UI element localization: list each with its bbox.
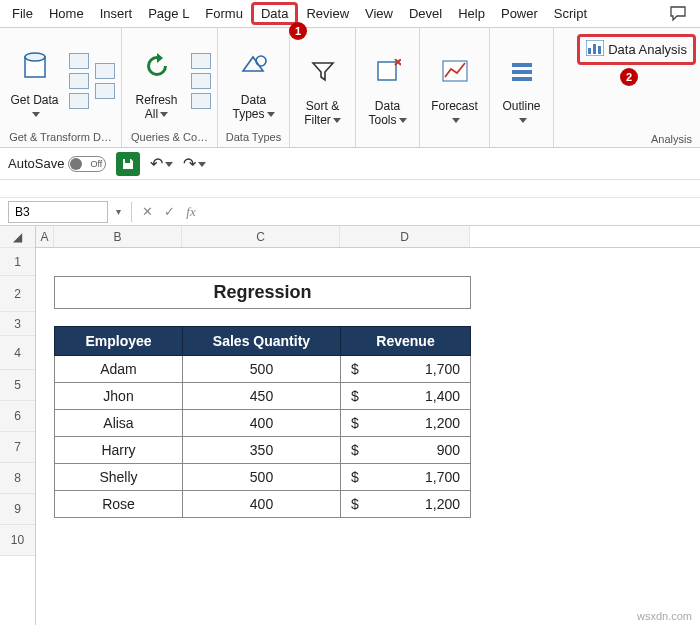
table-row[interactable]: Rose400$1,200 <box>55 491 471 518</box>
get-data-label: Get Data <box>10 93 58 107</box>
formula-bar-row: ▾ ✕ ✓ fx <box>0 198 700 226</box>
table-row[interactable]: Harry350$900 <box>55 437 471 464</box>
name-box[interactable] <box>8 201 108 223</box>
cell-employee[interactable]: Alisa <box>55 410 183 437</box>
row-header[interactable]: 4 <box>0 336 35 370</box>
get-data-button[interactable]: Get Data <box>6 38 63 124</box>
column-header[interactable]: A <box>36 226 54 247</box>
chevron-down-icon[interactable]: ▾ <box>116 206 127 217</box>
cell-revenue[interactable]: $1,200 <box>341 491 471 518</box>
annotation-badge-2: 2 <box>620 68 638 86</box>
autosave-toggle[interactable]: AutoSave Off <box>8 156 106 172</box>
refresh-all-button[interactable]: Refresh All <box>128 38 185 124</box>
column-header[interactable]: C <box>182 226 340 247</box>
database-icon <box>21 40 49 92</box>
cell-revenue[interactable]: $900 <box>341 437 471 464</box>
menu-devel[interactable]: Devel <box>401 2 450 25</box>
data-tools-button[interactable]: Data Tools <box>362 44 413 130</box>
cell-qty[interactable]: 500 <box>183 464 341 491</box>
watermark: wsxdn.com <box>637 610 692 622</box>
svg-rect-13 <box>598 46 601 54</box>
data-tools-label: Data Tools <box>368 99 400 127</box>
cell-employee[interactable]: Harry <box>55 437 183 464</box>
row-headers: ◢ 12345678910 <box>0 226 36 625</box>
menu-help[interactable]: Help <box>450 2 493 25</box>
table-row[interactable]: Alisa400$1,200 <box>55 410 471 437</box>
svg-rect-3 <box>378 62 396 80</box>
worksheet: ◢ 12345678910 ABCD Regression EmployeeSa… <box>0 226 700 625</box>
cell-employee[interactable]: Adam <box>55 356 183 383</box>
menu-pagel[interactable]: Page L <box>140 2 197 25</box>
cell-revenue[interactable]: $1,200 <box>341 410 471 437</box>
cell-revenue[interactable]: $1,700 <box>341 464 471 491</box>
get-transform-small-buttons-2[interactable] <box>95 63 115 99</box>
svg-rect-11 <box>588 48 591 54</box>
svg-rect-7 <box>512 63 532 67</box>
comments-icon[interactable] <box>662 2 696 26</box>
cell-qty[interactable]: 350 <box>183 437 341 464</box>
group-label-forecast <box>426 141 483 145</box>
refresh-all-label: Refresh All <box>135 93 177 121</box>
queries-small-buttons[interactable] <box>191 53 211 109</box>
select-all-corner[interactable]: ◢ <box>0 226 35 248</box>
cell-qty[interactable]: 400 <box>183 491 341 518</box>
cell-employee[interactable]: Jhon <box>55 383 183 410</box>
cancel-formula-icon[interactable]: ✕ <box>136 204 158 219</box>
group-label-sort-filter <box>296 141 349 145</box>
forecast-button[interactable]: Forecast <box>426 44 483 130</box>
table-row[interactable]: Adam500$1,700 <box>55 356 471 383</box>
save-button[interactable] <box>116 152 140 176</box>
cell-revenue[interactable]: $1,700 <box>341 356 471 383</box>
data-analysis-icon <box>586 40 604 59</box>
outline-button[interactable]: Outline <box>496 44 547 130</box>
regression-table: Regression EmployeeSales QuantityRevenue… <box>54 276 471 518</box>
data-types-button[interactable]: Data Types <box>224 38 283 124</box>
sort-filter-button[interactable]: Sort & Filter <box>296 44 349 130</box>
menu-view[interactable]: View <box>357 2 401 25</box>
row-header[interactable]: 5 <box>0 370 35 401</box>
menu-file[interactable]: File <box>4 2 41 25</box>
grid-area[interactable]: ABCD Regression EmployeeSales QuantityRe… <box>36 226 700 625</box>
ribbon-group-data-types: Data Types Data Types <box>218 28 290 147</box>
group-label-data-types: Data Types <box>224 129 283 145</box>
row-header[interactable]: 2 <box>0 276 35 312</box>
row-header[interactable]: 1 <box>0 248 35 276</box>
menu-review[interactable]: Review <box>298 2 357 25</box>
data-tools-icon <box>375 46 401 98</box>
menu-power[interactable]: Power <box>493 2 546 25</box>
redo-button[interactable]: ↷ <box>183 154 206 173</box>
column-header[interactable]: D <box>340 226 470 247</box>
undo-button[interactable]: ↶ <box>150 154 173 173</box>
cell-employee[interactable]: Rose <box>55 491 183 518</box>
table-row[interactable]: Jhon450$1,400 <box>55 383 471 410</box>
row-header[interactable]: 8 <box>0 463 35 494</box>
menu-home[interactable]: Home <box>41 2 92 25</box>
group-label-data-tools <box>362 141 413 145</box>
menu-insert[interactable]: Insert <box>92 2 141 25</box>
get-transform-small-buttons[interactable] <box>69 53 89 109</box>
cell-employee[interactable]: Shelly <box>55 464 183 491</box>
svg-rect-9 <box>512 77 532 81</box>
table-row[interactable]: Shelly500$1,700 <box>55 464 471 491</box>
menu-data[interactable]: Data <box>251 2 298 25</box>
row-header[interactable]: 10 <box>0 525 35 556</box>
cell-qty[interactable]: 400 <box>183 410 341 437</box>
data-types-label: Data Types <box>232 93 266 121</box>
outline-icon <box>509 46 535 98</box>
svg-rect-8 <box>512 70 532 74</box>
ribbon-group-sort-filter: Sort & Filter <box>290 28 356 147</box>
cell-qty[interactable]: 500 <box>183 356 341 383</box>
enter-formula-icon[interactable]: ✓ <box>158 204 180 219</box>
data-analysis-button[interactable]: Data Analysis <box>577 34 696 65</box>
row-header[interactable]: 9 <box>0 494 35 525</box>
group-label-outline <box>496 141 547 145</box>
fx-icon[interactable]: fx <box>180 204 202 220</box>
cell-qty[interactable]: 450 <box>183 383 341 410</box>
row-header[interactable]: 6 <box>0 401 35 432</box>
column-header[interactable]: B <box>54 226 182 247</box>
cell-revenue[interactable]: $1,400 <box>341 383 471 410</box>
menu-script[interactable]: Script <box>546 2 595 25</box>
row-header[interactable]: 3 <box>0 312 35 336</box>
menu-formu[interactable]: Formu <box>197 2 251 25</box>
row-header[interactable]: 7 <box>0 432 35 463</box>
